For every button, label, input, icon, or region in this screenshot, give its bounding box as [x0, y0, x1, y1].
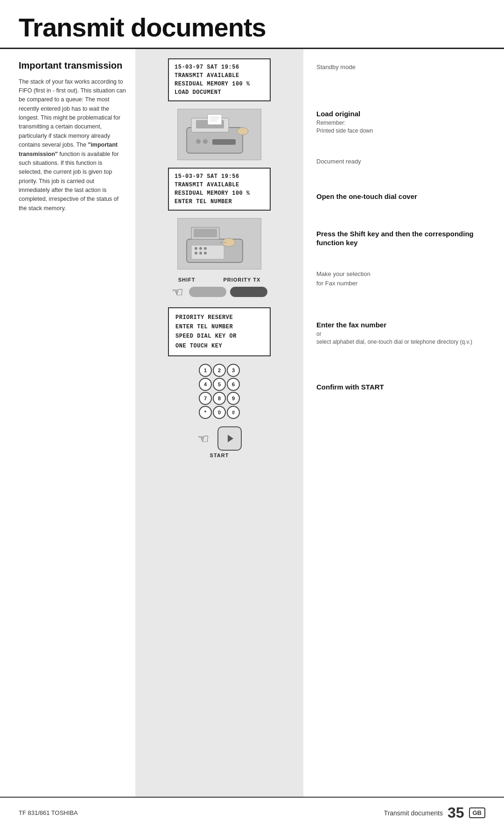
enter-fax-title: Enter the fax number	[316, 320, 491, 330]
step-open-dial: Open the one-touch dial cover	[316, 175, 491, 211]
lcd-display-2: 15-03-97 SAT 19:56 TRANSMIT AVAILABLE RE…	[168, 168, 271, 211]
svg-marker-22	[228, 435, 233, 442]
key-5[interactable]: 5	[213, 378, 226, 391]
lcd3-line4: ONE TOUCH KEY	[175, 341, 263, 351]
svg-point-17	[195, 252, 197, 255]
lcd3-line3: SPEED DIAL KEY OR	[175, 332, 263, 341]
svg-point-19	[204, 252, 207, 255]
shift-label: SHIFT	[178, 277, 196, 283]
lcd-display-1: 15-03-97 SAT 19:56 TRANSMIT AVAILABLE RE…	[168, 58, 271, 101]
lcd2-line1: 15-03-97 SAT 19:56	[175, 172, 264, 181]
footer-gb-badge: GB	[469, 807, 486, 818]
key-7[interactable]: 7	[199, 392, 212, 405]
svg-point-18	[199, 252, 202, 255]
svg-rect-12	[194, 229, 217, 237]
keypad-row-4: * 0 #	[199, 406, 240, 419]
body-text-part1: The stack of your fax works according to…	[19, 78, 126, 149]
body-text-part2: function is available for such situation…	[19, 151, 119, 212]
keypad-row-1: 1 2 3	[199, 364, 240, 377]
shift-button[interactable]	[189, 287, 226, 297]
document-ready-label: Document ready	[316, 157, 491, 166]
section-heading: Important transmission	[19, 60, 126, 71]
key-8[interactable]: 8	[213, 392, 226, 405]
step-press-shift: Press the Shift key and then the corresp…	[316, 211, 491, 257]
right-column: Standby mode Load original Remember: Pri…	[303, 49, 504, 797]
svg-rect-9	[212, 139, 236, 145]
load-original-sub1: Remember:	[316, 119, 491, 127]
fax-image-1	[177, 109, 261, 160]
lcd2-line2: TRANSMIT AVAILABLE	[175, 181, 264, 189]
load-original-sub2: Printed side face down	[316, 127, 491, 135]
lcd3-line1: PRIORITY RESERVE	[175, 313, 263, 322]
keypad-row-3: 7 8 9	[199, 392, 240, 405]
left-column: Important transmission The stack of your…	[0, 49, 135, 797]
footer-right: Transmit documents 35 GB	[384, 804, 485, 821]
step-standby: Standby mode	[316, 59, 491, 84]
numeric-keypad: 1 2 3 4 5 6 7 8 9 * 0 #	[199, 364, 240, 419]
page-title-section: Transmit documents	[0, 0, 504, 49]
lcd1-line2: TRANSMIT AVAILABLE	[175, 71, 264, 80]
lcd3-line2: ENTER TEL NUMBER	[175, 322, 263, 332]
start-button-area: ☞	[197, 426, 242, 451]
body-text: The stack of your fax works according to…	[19, 78, 126, 213]
svg-point-10	[237, 127, 248, 135]
footer-page-number: 35	[448, 804, 464, 821]
page-wrapper: Transmit documents Important transmissio…	[0, 0, 504, 828]
fax-image-2	[177, 218, 261, 269]
press-shift-title: Press the Shift key and then the corresp…	[316, 229, 491, 248]
content-area: Important transmission The stack of your…	[0, 49, 504, 797]
start-label: START	[210, 453, 229, 458]
lcd2-line4: ENTER TEL NUMBER	[175, 198, 264, 206]
enter-fax-sub1: or	[316, 330, 491, 338]
key-0[interactable]: 0	[213, 406, 226, 419]
shift-priority-row: SHIFT PRIORITY TX ☞	[144, 277, 295, 300]
make-selection-label2: for Fax number	[316, 279, 491, 288]
lcd1-line1: 15-03-97 SAT 19:56	[175, 63, 264, 71]
step-document-ready: Document ready	[316, 143, 491, 175]
keypad-row-2: 4 5 6	[199, 378, 240, 391]
key-6[interactable]: 6	[227, 378, 240, 391]
enter-fax-sub2: select alphabet dial, one-touch dial or …	[316, 338, 491, 346]
make-selection-label1: Make your selection	[316, 270, 491, 278]
footer-right-label: Transmit documents	[384, 809, 443, 817]
keys-labels: SHIFT PRIORITY TX	[178, 277, 261, 283]
load-original-title: Load original	[316, 109, 491, 119]
start-row: ☞ START	[197, 426, 242, 458]
footer-left: TF 831/861 TOSHIBA	[19, 809, 78, 816]
svg-point-7	[196, 139, 201, 144]
step-confirm-start: Confirm with START	[316, 354, 491, 401]
open-dial-title: Open the one-touch dial cover	[316, 192, 491, 201]
key-2[interactable]: 2	[213, 364, 226, 377]
selection-lcd: PRIORITY RESERVE ENTER TEL NUMBER SPEED …	[168, 307, 271, 357]
confirm-start-title: Confirm with START	[316, 382, 491, 392]
svg-point-15	[199, 247, 202, 250]
svg-point-14	[195, 247, 197, 250]
priority-label: PRIORITY TX	[223, 277, 260, 283]
step-load-original: Load original Remember: Printed side fac…	[316, 84, 491, 143]
page-title: Transmit documents	[19, 13, 485, 42]
standby-label: Standby mode	[316, 63, 491, 71]
key-3[interactable]: 3	[227, 364, 240, 377]
mid-column: 15-03-97 SAT 19:56 TRANSMIT AVAILABLE RE…	[135, 49, 303, 797]
key-hash[interactable]: #	[227, 406, 240, 419]
step-enter-fax: Enter the fax number or select alphabet …	[316, 297, 491, 354]
lcd1-line3: RESIDUAL MEMORY 100 %	[175, 80, 264, 88]
svg-point-16	[204, 247, 207, 250]
key-1[interactable]: 1	[199, 364, 212, 377]
key-star[interactable]: *	[199, 406, 212, 419]
start-icon	[224, 433, 235, 444]
priority-tx-button[interactable]	[230, 287, 267, 297]
lcd2-line3: RESIDUAL MEMORY 100 %	[175, 189, 264, 198]
key-9[interactable]: 9	[227, 392, 240, 405]
pointer-icon-start: ☞	[197, 431, 209, 446]
keys-buttons: ☞	[144, 284, 295, 300]
pointer-icon-shift: ☞	[172, 284, 183, 300]
svg-rect-3	[208, 114, 222, 125]
key-4[interactable]: 4	[199, 378, 212, 391]
svg-point-8	[203, 139, 208, 144]
footer: TF 831/861 TOSHIBA Transmit documents 35…	[0, 797, 504, 828]
lcd1-line4: LOAD DOCUMENT	[175, 88, 264, 97]
step-make-selection: Make your selection for Fax number	[316, 257, 491, 297]
start-button[interactable]	[217, 426, 242, 451]
